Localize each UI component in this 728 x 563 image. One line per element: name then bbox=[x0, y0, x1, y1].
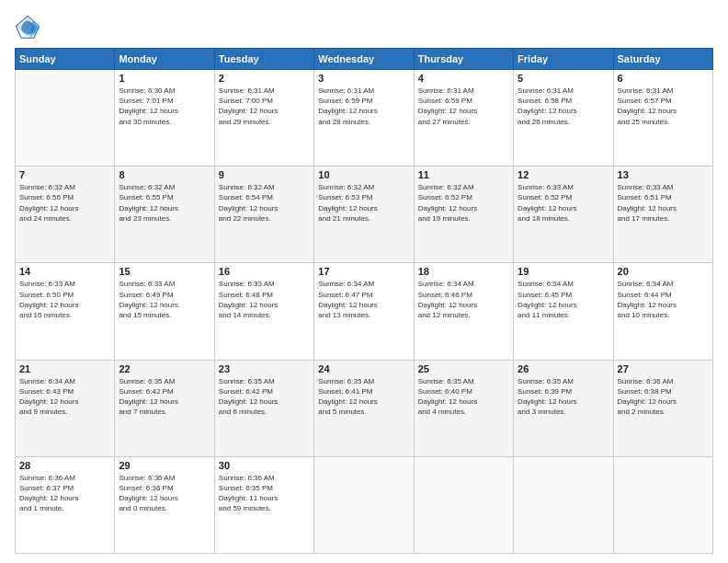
day-info: Sunrise: 6:36 AM Sunset: 6:35 PM Dayligh… bbox=[219, 473, 310, 514]
calendar-cell bbox=[414, 456, 513, 553]
day-info: Sunrise: 6:31 AM Sunset: 6:59 PM Dayligh… bbox=[418, 86, 509, 127]
calendar-cell: 4Sunrise: 6:31 AM Sunset: 6:59 PM Daylig… bbox=[414, 70, 513, 167]
day-number: 2 bbox=[219, 73, 310, 84]
day-info: Sunrise: 6:30 AM Sunset: 7:01 PM Dayligh… bbox=[119, 86, 210, 127]
day-number: 9 bbox=[219, 169, 310, 180]
day-number: 15 bbox=[119, 266, 210, 277]
day-info: Sunrise: 6:35 AM Sunset: 6:41 PM Dayligh… bbox=[318, 376, 409, 418]
day-info: Sunrise: 6:33 AM Sunset: 6:48 PM Dayligh… bbox=[219, 279, 310, 320]
calendar-cell: 12Sunrise: 6:33 AM Sunset: 6:52 PM Dayli… bbox=[514, 167, 613, 263]
calendar-cell: 3Sunrise: 6:31 AM Sunset: 6:59 PM Daylig… bbox=[314, 70, 414, 167]
day-number: 11 bbox=[418, 169, 509, 180]
day-info: Sunrise: 6:35 AM Sunset: 6:39 PM Dayligh… bbox=[518, 376, 609, 418]
day-number: 27 bbox=[618, 363, 709, 374]
calendar-cell: 24Sunrise: 6:35 AM Sunset: 6:41 PM Dayli… bbox=[314, 360, 414, 456]
calendar-cell: 19Sunrise: 6:34 AM Sunset: 6:45 PM Dayli… bbox=[514, 263, 613, 360]
day-info: Sunrise: 6:31 AM Sunset: 6:59 PM Dayligh… bbox=[318, 86, 409, 127]
day-info: Sunrise: 6:33 AM Sunset: 6:50 PM Dayligh… bbox=[19, 279, 110, 320]
day-number: 12 bbox=[518, 169, 609, 180]
day-info: Sunrise: 6:31 AM Sunset: 7:00 PM Dayligh… bbox=[219, 86, 310, 127]
day-number: 28 bbox=[19, 460, 110, 471]
day-number: 14 bbox=[19, 266, 110, 277]
weekday-header-wednesday: Wednesday bbox=[314, 49, 414, 70]
day-info: Sunrise: 6:35 AM Sunset: 6:42 PM Dayligh… bbox=[219, 376, 310, 418]
calendar-cell: 14Sunrise: 6:33 AM Sunset: 6:50 PM Dayli… bbox=[16, 263, 115, 360]
day-number: 26 bbox=[518, 363, 609, 374]
day-info: Sunrise: 6:36 AM Sunset: 6:37 PM Dayligh… bbox=[19, 473, 110, 514]
calendar-cell: 22Sunrise: 6:35 AM Sunset: 6:42 PM Dayli… bbox=[115, 360, 214, 456]
calendar-week-row: 21Sunrise: 6:34 AM Sunset: 6:43 PM Dayli… bbox=[16, 360, 713, 456]
day-number: 10 bbox=[318, 169, 409, 180]
calendar-cell: 16Sunrise: 6:33 AM Sunset: 6:48 PM Dayli… bbox=[214, 263, 313, 360]
page: SundayMondayTuesdayWednesdayThursdayFrid… bbox=[0, 0, 728, 563]
day-info: Sunrise: 6:32 AM Sunset: 6:55 PM Dayligh… bbox=[119, 182, 210, 224]
day-number: 7 bbox=[19, 169, 110, 180]
calendar-week-row: 1Sunrise: 6:30 AM Sunset: 7:01 PM Daylig… bbox=[16, 70, 713, 167]
calendar-cell: 18Sunrise: 6:34 AM Sunset: 6:46 PM Dayli… bbox=[414, 263, 513, 360]
weekday-header-tuesday: Tuesday bbox=[214, 49, 313, 70]
calendar-cell bbox=[613, 456, 712, 553]
calendar-cell: 27Sunrise: 6:36 AM Sunset: 6:38 PM Dayli… bbox=[613, 360, 712, 456]
day-number: 6 bbox=[618, 73, 709, 84]
day-info: Sunrise: 6:34 AM Sunset: 6:47 PM Dayligh… bbox=[318, 279, 409, 320]
day-info: Sunrise: 6:32 AM Sunset: 6:52 PM Dayligh… bbox=[418, 182, 509, 224]
day-number: 23 bbox=[219, 363, 310, 374]
day-number: 22 bbox=[119, 363, 210, 374]
calendar-cell: 28Sunrise: 6:36 AM Sunset: 6:37 PM Dayli… bbox=[16, 456, 115, 553]
calendar-cell: 7Sunrise: 6:32 AM Sunset: 6:56 PM Daylig… bbox=[16, 167, 115, 263]
calendar-cell: 5Sunrise: 6:31 AM Sunset: 6:58 PM Daylig… bbox=[514, 70, 613, 167]
calendar-week-row: 28Sunrise: 6:36 AM Sunset: 6:37 PM Dayli… bbox=[16, 456, 713, 553]
calendar-cell: 30Sunrise: 6:36 AM Sunset: 6:35 PM Dayli… bbox=[214, 456, 313, 553]
weekday-header-sunday: Sunday bbox=[16, 49, 115, 70]
logo bbox=[15, 15, 44, 40]
day-number: 16 bbox=[219, 266, 310, 277]
calendar-cell: 8Sunrise: 6:32 AM Sunset: 6:55 PM Daylig… bbox=[115, 167, 214, 263]
calendar-cell bbox=[514, 456, 613, 553]
calendar-cell: 9Sunrise: 6:32 AM Sunset: 6:54 PM Daylig… bbox=[214, 167, 313, 263]
calendar-cell bbox=[314, 456, 414, 553]
day-number: 20 bbox=[618, 266, 709, 277]
day-info: Sunrise: 6:32 AM Sunset: 6:53 PM Dayligh… bbox=[318, 182, 409, 224]
day-number: 13 bbox=[618, 169, 709, 180]
day-info: Sunrise: 6:34 AM Sunset: 6:43 PM Dayligh… bbox=[19, 376, 110, 418]
calendar-cell: 15Sunrise: 6:33 AM Sunset: 6:49 PM Dayli… bbox=[115, 263, 214, 360]
calendar-cell: 2Sunrise: 6:31 AM Sunset: 7:00 PM Daylig… bbox=[214, 70, 313, 167]
weekday-header-row: SundayMondayTuesdayWednesdayThursdayFrid… bbox=[16, 49, 713, 70]
day-info: Sunrise: 6:34 AM Sunset: 6:46 PM Dayligh… bbox=[418, 279, 509, 320]
calendar-week-row: 14Sunrise: 6:33 AM Sunset: 6:50 PM Dayli… bbox=[16, 263, 713, 360]
calendar-cell: 11Sunrise: 6:32 AM Sunset: 6:52 PM Dayli… bbox=[414, 167, 513, 263]
day-info: Sunrise: 6:34 AM Sunset: 6:44 PM Dayligh… bbox=[618, 279, 709, 320]
header bbox=[15, 15, 713, 40]
day-info: Sunrise: 6:34 AM Sunset: 6:45 PM Dayligh… bbox=[518, 279, 609, 320]
day-number: 24 bbox=[318, 363, 409, 374]
calendar-cell: 21Sunrise: 6:34 AM Sunset: 6:43 PM Dayli… bbox=[16, 360, 115, 456]
calendar-cell: 17Sunrise: 6:34 AM Sunset: 6:47 PM Dayli… bbox=[314, 263, 414, 360]
day-number: 4 bbox=[418, 73, 509, 84]
weekday-header-monday: Monday bbox=[115, 49, 214, 70]
day-info: Sunrise: 6:35 AM Sunset: 6:40 PM Dayligh… bbox=[418, 376, 509, 418]
calendar-week-row: 7Sunrise: 6:32 AM Sunset: 6:56 PM Daylig… bbox=[16, 167, 713, 263]
day-info: Sunrise: 6:36 AM Sunset: 6:38 PM Dayligh… bbox=[618, 376, 709, 418]
day-info: Sunrise: 6:33 AM Sunset: 6:52 PM Dayligh… bbox=[518, 182, 609, 224]
weekday-header-thursday: Thursday bbox=[414, 49, 513, 70]
day-number: 8 bbox=[119, 169, 210, 180]
day-number: 25 bbox=[418, 363, 509, 374]
calendar-cell: 26Sunrise: 6:35 AM Sunset: 6:39 PM Dayli… bbox=[514, 360, 613, 456]
weekday-header-friday: Friday bbox=[514, 49, 613, 70]
calendar-cell: 6Sunrise: 6:31 AM Sunset: 6:57 PM Daylig… bbox=[613, 70, 712, 167]
day-number: 19 bbox=[518, 266, 609, 277]
day-info: Sunrise: 6:33 AM Sunset: 6:51 PM Dayligh… bbox=[618, 182, 709, 224]
weekday-header-saturday: Saturday bbox=[613, 49, 712, 70]
calendar-cell: 25Sunrise: 6:35 AM Sunset: 6:40 PM Dayli… bbox=[414, 360, 513, 456]
day-number: 17 bbox=[318, 266, 409, 277]
day-number: 18 bbox=[418, 266, 509, 277]
calendar-cell: 20Sunrise: 6:34 AM Sunset: 6:44 PM Dayli… bbox=[613, 263, 712, 360]
calendar-cell: 29Sunrise: 6:36 AM Sunset: 6:36 PM Dayli… bbox=[115, 456, 214, 553]
day-info: Sunrise: 6:32 AM Sunset: 6:54 PM Dayligh… bbox=[219, 182, 310, 224]
logo-icon bbox=[15, 15, 40, 40]
day-number: 1 bbox=[119, 73, 210, 84]
day-info: Sunrise: 6:31 AM Sunset: 6:57 PM Dayligh… bbox=[618, 86, 709, 127]
day-number: 30 bbox=[219, 460, 310, 471]
calendar-cell bbox=[16, 70, 115, 167]
day-number: 29 bbox=[119, 460, 210, 471]
